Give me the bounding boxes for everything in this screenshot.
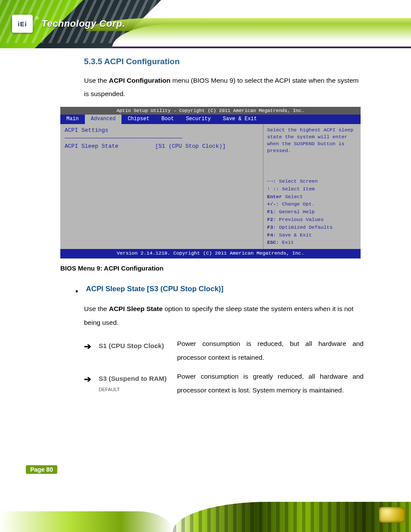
option-paragraph: Use the ACPI Sleep State option to speci… — [84, 302, 364, 330]
bios-tab-security[interactable]: Security — [180, 115, 217, 124]
key-row: F1: General Help — [267, 208, 357, 216]
bios-key-legend: ←→: Select Screen ↑ ↓: Select Item Enter… — [267, 177, 357, 246]
header-swoosh-lower — [112, 24, 411, 48]
option-value-name: S1 (CPU Stop Clock) — [99, 339, 177, 352]
page-number: Page 80 — [26, 465, 57, 474]
key-row: ←→: Select Screen — [267, 177, 357, 185]
key-row: ESC: Exit — [267, 239, 357, 246]
key-glyph: +/- — [267, 201, 276, 207]
key-row: +/-: Change Opt. — [267, 200, 357, 208]
bios-tab-advanced[interactable]: Advanced — [85, 115, 122, 124]
bios-right-panel: Select the highest ACPI sleep state the … — [264, 124, 361, 249]
key-glyph: ESC — [267, 240, 276, 245]
bios-tab-boot[interactable]: Boot — [156, 115, 180, 124]
option-default-tag: DEFAULT — [99, 385, 177, 395]
logo-text: iEi — [18, 21, 27, 27]
arrow-right-icon: ➔ — [84, 338, 99, 355]
bios-body: ACPI Settings ——————————————————————————… — [60, 124, 361, 249]
opt-para-bold: ACPI Sleep State — [109, 305, 163, 312]
key-glyph: F3 — [267, 224, 273, 230]
key-desc: : Change Opt. — [276, 201, 315, 207]
option-value-row: ➔ S1 (CPU Stop Clock) Power consumption … — [84, 337, 364, 364]
page-footer-graphic — [0, 485, 411, 532]
option-heading-row: ▪ ACPI Sleep State [S3 (CPU Stop Clock)] — [75, 285, 364, 295]
key-row: F2: Previous Values — [267, 216, 357, 224]
bios-rule: ———————————————————————————————————————— — [65, 134, 258, 143]
bios-menu-figure: Aptio Setup Utility – Copyright (C) 2011… — [60, 107, 361, 258]
bios-hint-text: Select the highest ACPI sleep state the … — [267, 127, 357, 154]
bios-tab-chipset[interactable]: Chipset — [121, 115, 155, 124]
key-row: F4: Save & Exit — [267, 231, 357, 239]
key-row: F3: Optimized Defaults — [267, 224, 357, 231]
intro-bold: ACPI Configuration — [109, 77, 171, 84]
bios-setting-row[interactable]: ACPI Sleep State [S1 (CPU Stop Clock)] — [65, 143, 258, 151]
key-desc: Select — [285, 194, 302, 199]
key-desc: : Save & Exit — [273, 232, 312, 238]
key-glyph: ←→ — [267, 178, 273, 184]
bios-title-bar: Aptio Setup Utility – Copyright (C) 2011… — [60, 107, 361, 115]
brand-logo: iEi ® Technology Corp. — [12, 15, 125, 33]
page-header-graphic: iEi ® Technology Corp. — [0, 0, 411, 48]
key-row: Enter Select — [267, 193, 357, 201]
key-desc: : Select Screen — [273, 178, 318, 184]
arrow-right-icon: ➔ — [84, 370, 99, 388]
brand-tagline: Technology Corp. — [41, 19, 125, 28]
option-value-label: S3 (Suspend to RAM) — [99, 375, 167, 382]
footer-capacitor-icon — [379, 507, 405, 523]
option-title: ACPI Sleep State [S3 (CPU Stop Clock)] — [86, 285, 223, 293]
key-glyph: ↑ ↓ — [267, 186, 276, 192]
bios-setting-value: [S1 (CPU Stop Clock)] — [155, 143, 226, 151]
key-desc: : General Help — [273, 209, 315, 215]
bios-tab-main[interactable]: Main — [60, 115, 85, 124]
bios-tab-save[interactable]: Save & Exit — [217, 115, 263, 124]
registered-mark: ® — [35, 16, 39, 21]
intro-paragraph: Use the ACPI Configuration menu (BIOS Me… — [84, 74, 364, 101]
bios-left-panel: ACPI Settings ——————————————————————————… — [60, 124, 264, 249]
key-glyph: Enter — [267, 194, 282, 199]
bios-tab-row: Main Advanced Chipset Boot Security Save… — [60, 115, 361, 124]
bios-setting-key: ACPI Sleep State — [65, 143, 155, 151]
key-glyph: F4 — [267, 232, 273, 238]
option-value-label: S1 (CPU Stop Clock) — [99, 342, 164, 349]
intro-pre: Use the — [84, 77, 109, 84]
key-glyph: F1 — [267, 209, 273, 215]
bullet-icon: ▪ — [75, 287, 78, 295]
logo-badge: iEi — [12, 15, 33, 33]
figure-caption: BIOS Menu 9: ACPI Configuration — [60, 264, 364, 272]
key-desc: : Previous Values — [273, 217, 324, 222]
key-row: ↑ ↓: Select Item — [267, 185, 357, 193]
option-value-desc: Power consumption is reduced, but all ha… — [177, 337, 364, 364]
document-body: 5.3.5 ACPI Configuration Use the ACPI Co… — [0, 56, 411, 402]
bios-footer-bar: Version 2.14.1219. Copyright (C) 2011 Am… — [60, 249, 361, 258]
option-value-row: ➔ S3 (Suspend to RAM) DEFAULT Power cons… — [84, 370, 364, 397]
key-desc: : Optimized Defaults — [273, 224, 333, 230]
footer-band-right — [173, 502, 411, 532]
bios-panel-heading: ACPI Settings — [65, 127, 258, 135]
footer-band-left — [0, 511, 173, 532]
section-heading: 5.3.5 ACPI Configuration — [84, 56, 364, 68]
opt-para-pre: Use the — [84, 305, 109, 312]
key-desc: : Exit — [276, 240, 294, 245]
option-value-desc: Power consumption is greatly reduced, al… — [177, 370, 364, 397]
key-desc: : Select Item — [276, 186, 315, 192]
key-glyph: F2 — [267, 217, 273, 222]
option-value-name: S3 (Suspend to RAM) DEFAULT — [99, 372, 177, 394]
